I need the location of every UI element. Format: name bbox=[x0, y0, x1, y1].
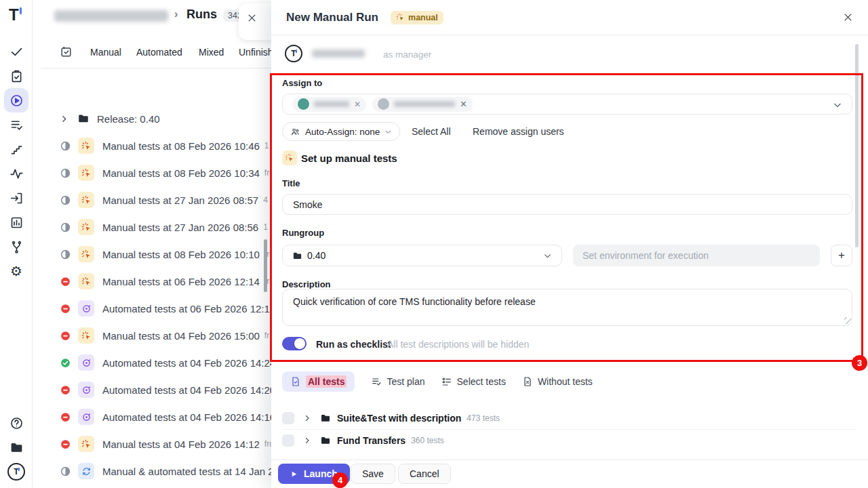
cancel-button[interactable]: Cancel bbox=[398, 464, 451, 484]
folder-icon bbox=[320, 413, 331, 424]
run-trailing-text: 4 bbox=[263, 195, 268, 205]
list-check-icon bbox=[371, 376, 382, 387]
pulse-icon bbox=[9, 167, 24, 181]
manual-run-icon bbox=[78, 165, 94, 181]
assign-to-multiselect[interactable]: ✕ ✕ bbox=[282, 94, 852, 115]
run-row[interactable]: Manual tests at 06 Feb 2026 12:14 fro bbox=[41, 268, 275, 295]
tab-select-tests[interactable]: Select tests bbox=[441, 371, 506, 392]
sidebar-item-steps[interactable] bbox=[4, 137, 28, 161]
runs-scrollbar[interactable] bbox=[264, 239, 267, 292]
sidebar-item-import[interactable] bbox=[4, 186, 28, 210]
modal-header: New Manual Run manual bbox=[271, 0, 868, 35]
suite-checkbox[interactable] bbox=[282, 434, 294, 447]
sidebar-item-branch[interactable] bbox=[4, 235, 28, 259]
cursor-click-icon bbox=[81, 222, 92, 232]
app-logo-icon[interactable]: T bbox=[9, 5, 19, 24]
runs-list: Release: 0.40 Manual tests at 08 Feb 202… bbox=[41, 105, 275, 488]
sidebar-item-play-circle[interactable] bbox=[4, 88, 28, 113]
sidebar-item-check[interactable] bbox=[4, 39, 28, 64]
chevron-right-icon[interactable] bbox=[303, 436, 311, 445]
run-label: Automated tests at 04 Feb 2026 14:16 bbox=[102, 411, 275, 423]
sidebar-item-projects[interactable] bbox=[4, 435, 28, 460]
tree-row[interactable]: Fund Transfers 360 tests bbox=[282, 430, 856, 451]
run-row[interactable]: Automated tests at 04 Feb 2026 14:16 bbox=[41, 403, 275, 430]
select-list-icon bbox=[441, 376, 452, 387]
annotation-badge-3: 3 bbox=[852, 355, 867, 371]
runs-tab-manual[interactable]: Manual bbox=[90, 47, 121, 58]
chevron-right-icon[interactable] bbox=[60, 115, 68, 123]
close-icon[interactable] bbox=[247, 13, 257, 23]
folder-icon bbox=[320, 435, 331, 446]
run-row[interactable]: Automated tests at 04 Feb 2026 14:20 bbox=[41, 376, 275, 403]
modal-scrollbar[interactable] bbox=[855, 44, 859, 247]
run-row[interactable]: Manual & automated tests at 14 Jan 2026 bbox=[41, 458, 275, 485]
run-row[interactable]: Manual tests at 08 Feb 2026 10:46 1 bbox=[41, 132, 275, 159]
assignee-chip[interactable]: ✕ bbox=[292, 97, 366, 112]
checklist-hint: All test descriptions will be hidden bbox=[387, 339, 529, 350]
assignee-chip[interactable]: ✕ bbox=[372, 97, 473, 112]
chevron-down-icon[interactable] bbox=[833, 100, 842, 110]
status-in-progress-icon bbox=[60, 140, 71, 152]
run-row[interactable]: Automated tests at 06 Feb 2026 12:12 bbox=[41, 295, 275, 322]
chevron-right-icon[interactable] bbox=[303, 414, 311, 422]
select-all-link[interactable]: Select All bbox=[412, 126, 451, 137]
suite-checkbox[interactable] bbox=[282, 412, 294, 424]
sidebar-item-gear[interactable]: ⚙ bbox=[4, 259, 28, 283]
cursor-click-icon bbox=[81, 331, 92, 341]
remove-assignee-icon[interactable]: ✕ bbox=[354, 100, 361, 108]
status-failed-icon bbox=[60, 439, 71, 450]
project-name-blurred[interactable] bbox=[54, 10, 168, 22]
environment-input[interactable] bbox=[573, 245, 820, 266]
auto-assign-dropdown[interactable]: Auto-Assign: none bbox=[282, 122, 400, 141]
chevron-right-icon bbox=[303, 414, 311, 422]
sidebar-item-pulse[interactable] bbox=[4, 161, 28, 186]
tab-all-tests[interactable]: All tests bbox=[282, 371, 355, 392]
resize-handle[interactable] bbox=[844, 317, 851, 324]
cursor-click-icon bbox=[396, 13, 405, 22]
save-button[interactable]: Save bbox=[351, 464, 395, 484]
checklist-label: Run as checklist bbox=[316, 339, 391, 350]
suite-name: Fund Transfers bbox=[337, 435, 406, 446]
modal-close-button[interactable] bbox=[843, 12, 853, 22]
run-row[interactable]: Manual tests at 27 Jan 2026 08:57 4 bbox=[41, 186, 275, 214]
status-passed-icon bbox=[60, 357, 71, 369]
sidebar-item-analytics[interactable] bbox=[4, 210, 28, 235]
run-as-checklist-toggle[interactable] bbox=[282, 337, 307, 350]
sidebar-item-profile-logo[interactable]: T bbox=[4, 460, 28, 484]
remove-assign-users-link[interactable]: Remove assign users bbox=[473, 126, 564, 137]
run-group-row[interactable]: Release: 0.40 bbox=[41, 105, 275, 132]
run-row[interactable]: Manual tests at 04 Feb 2026 14:12 fro bbox=[41, 430, 275, 458]
runs-filter-icon[interactable] bbox=[60, 45, 73, 58]
title-input[interactable] bbox=[282, 194, 852, 215]
status-failed-icon bbox=[60, 303, 71, 314]
status-in-progress bbox=[60, 222, 71, 233]
robot-spiral-icon bbox=[81, 385, 92, 395]
status-failed bbox=[60, 384, 71, 396]
add-environment-button[interactable]: + bbox=[831, 245, 852, 266]
manual-run-icon bbox=[78, 436, 94, 452]
sidebar-item-list-check[interactable] bbox=[4, 113, 28, 137]
sidebar-item-help[interactable] bbox=[4, 411, 28, 435]
rungroup-label: Rungroup bbox=[282, 228, 324, 238]
manual-type-badge: manual bbox=[391, 11, 443, 24]
chevron-down-icon bbox=[543, 251, 552, 260]
run-row[interactable]: Manual tests at 27 Jan 2026 08:56 1 bbox=[41, 214, 275, 241]
sidebar-item-clipboard-check[interactable] bbox=[4, 64, 28, 88]
run-row[interactable]: Manual tests at 08 Feb 2026 10:34 fro bbox=[41, 159, 275, 186]
tab-test-plan[interactable]: Test plan bbox=[371, 371, 425, 392]
close-icon[interactable] bbox=[843, 12, 853, 22]
description-textarea[interactable]: Quick verification of core TMS functiona… bbox=[282, 289, 852, 326]
tree-row[interactable]: Suite&Test with description 473 tests bbox=[282, 407, 856, 429]
run-row[interactable]: Automated tests at 04 Feb 2026 14:24 bbox=[41, 349, 275, 376]
rungroup-select[interactable]: 0.40 bbox=[282, 245, 562, 266]
tab-without-tests[interactable]: Without tests bbox=[522, 371, 593, 392]
status-in-progress-icon bbox=[60, 167, 71, 179]
manager-avatar: T bbox=[285, 45, 302, 62]
runs-tab-mixed[interactable]: Mixed bbox=[199, 47, 224, 58]
status-in-progress-icon bbox=[60, 195, 71, 206]
run-row[interactable]: Manual tests at 08 Feb 2026 10:10 fro bbox=[41, 241, 275, 268]
remove-assignee-icon[interactable]: ✕ bbox=[460, 100, 467, 108]
assign-to-label: Assign to bbox=[282, 78, 322, 88]
runs-tab-automated[interactable]: Automated bbox=[136, 47, 182, 58]
run-row[interactable]: Manual tests at 04 Feb 2026 15:00 fr bbox=[41, 322, 275, 349]
